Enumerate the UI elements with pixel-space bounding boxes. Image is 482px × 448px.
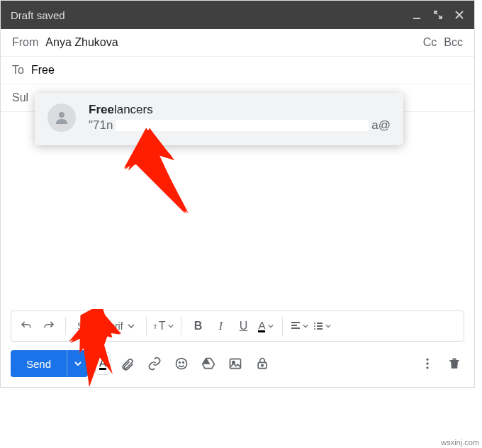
italic-button[interactable]: I (211, 315, 230, 337)
toolbar-separator (146, 317, 147, 335)
chevron-down-icon (268, 323, 274, 329)
redo-button[interactable] (40, 315, 58, 337)
text-color-button[interactable]: A (257, 315, 275, 337)
svg-point-11 (314, 323, 315, 324)
svg-point-22 (426, 362, 428, 364)
confidential-mode-button[interactable] (252, 354, 272, 374)
attach-file-button[interactable] (118, 354, 138, 374)
cc-button[interactable]: Cc (423, 36, 437, 49)
titlebar: Draft saved (1, 1, 474, 29)
send-more-button[interactable] (67, 350, 88, 377)
formatting-options-button[interactable]: A (95, 352, 111, 375)
font-family-label: Sans Serif (77, 320, 123, 332)
subject-prefix: Sul (12, 91, 28, 103)
recipient-autocomplete: Freelancers "71n a@ (35, 93, 403, 145)
to-input[interactable] (31, 64, 463, 77)
svg-point-20 (262, 364, 264, 366)
svg-point-14 (176, 359, 187, 369)
bcc-button[interactable]: Bcc (444, 36, 463, 49)
more-options-button[interactable] (417, 354, 437, 374)
discard-draft-button[interactable] (444, 354, 464, 374)
watermark: wsxinj.com (441, 438, 479, 447)
drive-button[interactable] (198, 354, 218, 374)
chevron-down-icon (303, 323, 308, 329)
from-label: From (12, 36, 38, 49)
from-value[interactable]: Anya Zhukova (45, 36, 118, 49)
autocomplete-name-match: Free (89, 103, 114, 116)
autocomplete-name-rest: lancers (114, 103, 153, 116)
action-row: Send A (1, 350, 474, 387)
toolbar-separator (282, 317, 283, 335)
chevron-down-icon (168, 323, 174, 329)
emoji-button[interactable] (172, 354, 191, 374)
svg-point-16 (183, 362, 184, 364)
svg-point-15 (179, 362, 181, 364)
compose-window: Draft saved From Anya Zhukova Cc Bcc To … (0, 0, 475, 388)
list-button[interactable] (313, 315, 331, 337)
svg-point-13 (314, 328, 315, 330)
font-family-select[interactable]: Sans Serif (73, 320, 139, 332)
chevron-down-icon (128, 323, 135, 330)
expand-icon[interactable] (433, 10, 443, 20)
svg-point-1 (59, 112, 65, 118)
autocomplete-email-start: "71n (89, 118, 113, 133)
autocomplete-name: Freelancers (89, 103, 391, 117)
to-row[interactable]: To (1, 57, 474, 84)
insert-link-button[interactable] (145, 354, 164, 374)
chevron-down-icon (325, 323, 331, 329)
bold-button[interactable]: B (189, 315, 207, 337)
formatting-toolbar: Sans Serif тT B I U A (11, 310, 464, 342)
close-icon[interactable] (454, 10, 464, 20)
avatar-icon (47, 103, 76, 132)
toolbar-separator (181, 317, 181, 335)
minimize-icon[interactable] (412, 10, 422, 20)
svg-rect-17 (230, 359, 241, 368)
toolbar-separator (65, 317, 66, 335)
font-size-button[interactable]: тT (154, 315, 174, 337)
insert-image-button[interactable] (225, 354, 245, 374)
chevron-down-icon (74, 360, 82, 367)
svg-point-21 (426, 359, 428, 361)
window-title: Draft saved (11, 9, 412, 21)
underline-button[interactable]: U (234, 315, 252, 337)
to-label: To (12, 64, 24, 77)
svg-point-23 (426, 366, 428, 369)
undo-button[interactable] (17, 315, 35, 337)
autocomplete-email-end: a@ (371, 118, 391, 133)
svg-point-12 (314, 325, 315, 327)
autocomplete-email-mask (116, 120, 369, 131)
align-button[interactable] (290, 315, 308, 337)
send-button[interactable]: Send (11, 350, 67, 377)
from-row: From Anya Zhukova Cc Bcc (1, 29, 474, 57)
autocomplete-item[interactable]: Freelancers "71n a@ (35, 93, 403, 145)
